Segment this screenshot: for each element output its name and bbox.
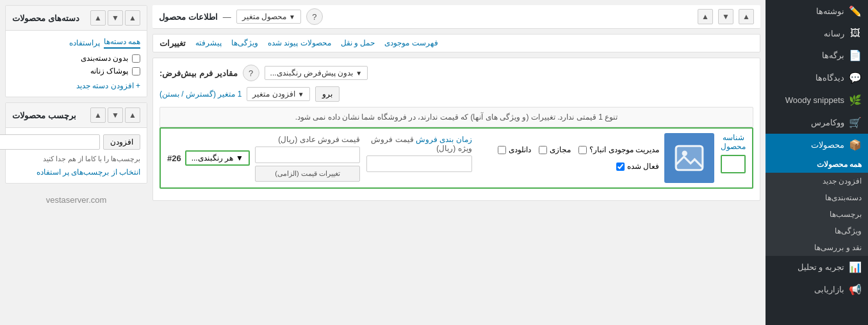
popular-tags-link[interactable]: انتخاب از برچسب‌های پر استفاده xyxy=(37,168,140,177)
categories-panel-title: دسته‌های محصولات xyxy=(12,13,79,23)
sidebar-item-products[interactable]: 📦 محصولات xyxy=(766,134,868,156)
variation-count-link[interactable]: 1 متغیر (گسترش / بستن) xyxy=(160,90,242,99)
submenu-label: برچسب‌ها xyxy=(830,210,862,219)
variation-color-label: هر رنگبندی... xyxy=(192,154,233,162)
sku-input[interactable] xyxy=(721,155,746,173)
submenu-categories[interactable]: دسته‌بندی‌ها xyxy=(766,189,868,206)
variation-row: شناسه محصول xyxy=(160,127,753,189)
tags-panel-header: ▲ ▼ ▲ برچسب محصولات xyxy=(6,103,147,128)
sidebar-item-label: Woody snippets xyxy=(785,95,844,105)
submenu-reviews[interactable]: نقد و بررسی‌ها xyxy=(766,239,868,256)
variation-color-select[interactable]: ▼ هر رنگبندی... xyxy=(185,150,250,166)
variation-color-arrow: ▼ xyxy=(236,154,243,162)
sidebar-item-woocommerce[interactable]: 🛒 ووکامرس xyxy=(766,111,868,134)
no-category-row: بدون دسته‌بندی xyxy=(12,54,140,63)
download-checkbox-label: دانلودی xyxy=(498,145,531,154)
price-sale-input[interactable] xyxy=(366,155,471,172)
default-values-label: مقادیر فرم بیش‌فرض: xyxy=(160,68,238,78)
top-bar-left: ▲ ▼ ▲ xyxy=(698,9,754,24)
scroll-up2-btn[interactable]: ▲ xyxy=(698,9,713,24)
link-advanced[interactable]: پیشرفته xyxy=(195,38,222,48)
women-clothing-checkbox[interactable] xyxy=(132,67,140,75)
add-variation-select[interactable]: ▼ افزودن متغیر xyxy=(247,87,309,101)
panel-arrow-up[interactable]: ▲ xyxy=(125,10,140,26)
logo-text: vestaserver.com xyxy=(46,195,107,205)
price-regular-input[interactable] xyxy=(255,147,360,163)
tags-arrow-up[interactable]: ▲ xyxy=(125,107,140,123)
analytics-icon: 📊 xyxy=(849,261,862,273)
active-checkbox-label: فعال شده xyxy=(616,162,659,171)
sidebar-item-label: برگه‌ها xyxy=(822,51,844,60)
link-shipping[interactable]: حمل و نقل xyxy=(341,38,375,48)
link-linked-products[interactable]: محصولات پیوند شده xyxy=(268,38,331,48)
add-category-row: + افزودن دسته جدید xyxy=(12,81,140,90)
sale-schedule-link[interactable]: زمان بندی فروش xyxy=(416,135,472,144)
product-type-select[interactable]: ▼ محصول متغیر xyxy=(236,10,301,24)
no-category-label: بدون دسته‌بندی xyxy=(81,54,128,63)
sidebar-item-label: نوشته‌ها xyxy=(816,6,844,16)
no-category-checkbox[interactable] xyxy=(132,54,140,63)
categories-panel-header: ▲ ▼ ▲ دسته‌های محصولات xyxy=(6,6,147,31)
price-area: زمان بندی فروش قیمت فروش ویژه (ریال) قیم… xyxy=(255,135,472,182)
women-clothing-label: پوشاک زنانه xyxy=(90,67,128,75)
active-label: فعال شده xyxy=(627,162,659,171)
panel-arrow-up2[interactable]: ▲ xyxy=(90,10,106,26)
virtual-checkbox[interactable] xyxy=(539,146,547,154)
sidebar-item-label: رسانه xyxy=(824,29,844,38)
sidebar-item-pages[interactable]: 📄 برگه‌ها xyxy=(766,44,868,67)
main-area: ▲ ▼ ▲ دسته‌های محصولات همه دسته‌ها پراست… xyxy=(0,0,766,325)
download-checkbox[interactable] xyxy=(498,146,506,154)
sidebar-item-label: تجربه و تحلیل xyxy=(798,262,844,272)
checkboxes-row: مدیریت موجودی انبار؟ مجازی دانلودی xyxy=(477,145,659,171)
tags-arrow-down[interactable]: ▼ xyxy=(108,107,123,123)
submenu-attributes[interactable]: ویژگی‌ها xyxy=(766,223,868,239)
color-select-arrow: ▼ xyxy=(356,70,362,77)
content-area: ▲ ▼ ▲ ? ▼ محصول متغیر — اطلاعات محصول xyxy=(147,0,766,325)
add-tag-button[interactable]: افزودن xyxy=(103,134,140,150)
sidebar-item-notes[interactable]: ✏️ نوشته‌ها xyxy=(766,0,868,22)
left-panels: ▲ ▼ ▲ دسته‌های محصولات همه دسته‌ها پراست… xyxy=(0,0,147,325)
sidebar-item-media[interactable]: 🖼 رسانه xyxy=(766,22,868,44)
tag-input[interactable] xyxy=(0,134,100,150)
scroll-up-btn[interactable]: ▲ xyxy=(739,9,754,24)
sidebar-item-analytics[interactable]: 📊 تجربه و تحلیل xyxy=(766,256,868,278)
sku-area: شناسه محصول xyxy=(664,133,746,183)
popular-tab[interactable]: پراستفاده xyxy=(69,38,100,47)
image-icon xyxy=(673,142,705,174)
price-change-button[interactable]: تغییرات قیمت (الزامی) xyxy=(255,166,360,182)
price-regular-col: قیمت فروش عادی (ریال) تغییرات قیمت (الزا… xyxy=(255,135,360,182)
section-title: اطلاعات محصول xyxy=(159,12,218,22)
sidebar-item-label: محصولات xyxy=(811,140,844,150)
default-values-help[interactable]: ? xyxy=(243,65,259,81)
variation-header: ▼ هر رنگبندی... #26 xyxy=(167,150,250,166)
help-button[interactable]: ? xyxy=(306,8,323,25)
sidebar-item-marketing[interactable]: 📢 بازاریابی xyxy=(766,278,868,301)
color-select-label: بدون پیش‌فرض رنگبندی... xyxy=(270,68,354,77)
add-category-link[interactable]: + افزودن دسته جدید xyxy=(76,81,140,90)
product-image-placeholder[interactable] xyxy=(664,133,714,183)
sidebar-item-woody[interactable]: 🌿 Woody snippets xyxy=(766,89,868,111)
tags-arrow-up2[interactable]: ▲ xyxy=(90,107,106,123)
tags-help-text: برچسب‌ها را با کاما از هم جدا کنید xyxy=(12,155,140,163)
submenu-tags[interactable]: برچسب‌ها xyxy=(766,206,868,223)
tag-input-row: افزودن xyxy=(12,134,140,150)
panel-arrow-down[interactable]: ▼ xyxy=(108,10,123,26)
sidebar-item-comments[interactable]: 💬 دیدگاه‌ها xyxy=(766,67,868,89)
download-label: دانلودی xyxy=(509,145,531,154)
color-select[interactable]: ▼ بدون پیش‌فرض رنگبندی... xyxy=(265,66,368,80)
link-inventory[interactable]: فهرست موجودی xyxy=(384,38,438,48)
submenu-all-products[interactable]: همه محصولات xyxy=(766,156,868,173)
submenu-label: نقد و بررسی‌ها xyxy=(814,243,862,252)
go-button[interactable]: برو xyxy=(315,86,340,102)
add-variation-arrow: ▼ xyxy=(298,91,304,98)
media-icon: 🖼 xyxy=(849,28,862,39)
section-title-dash: — xyxy=(223,12,231,22)
link-attributes[interactable]: ویژگی‌ها xyxy=(231,38,258,48)
variation-content: شناسه محصول xyxy=(255,133,746,183)
submenu-add-new[interactable]: افزودن جدید xyxy=(766,173,868,189)
woody-icon: 🌿 xyxy=(849,94,862,106)
inventory-checkbox[interactable] xyxy=(578,146,587,154)
active-checkbox[interactable] xyxy=(616,162,625,171)
all-categories-tab[interactable]: همه دسته‌ها xyxy=(104,37,140,49)
scroll-down-btn[interactable]: ▼ xyxy=(718,9,733,24)
